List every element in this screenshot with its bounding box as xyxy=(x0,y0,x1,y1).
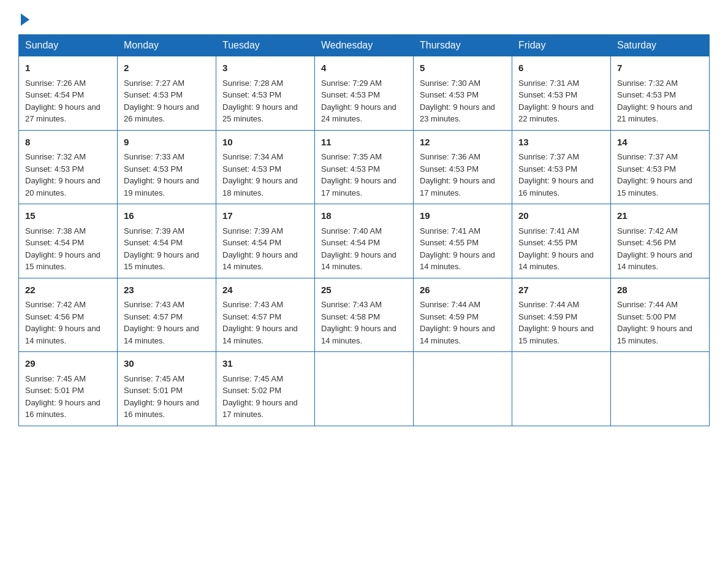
daylight-line: Daylight: 9 hours and 14 minutes. xyxy=(321,324,396,345)
sunset-line: Sunset: 4:59 PM xyxy=(420,312,479,321)
sunrise-line: Sunrise: 7:34 AM xyxy=(222,152,283,161)
sunrise-line: Sunrise: 7:37 AM xyxy=(617,152,678,161)
day-number: 15 xyxy=(25,209,111,223)
calendar-week-3: 15Sunrise: 7:38 AMSunset: 4:54 PMDayligh… xyxy=(19,204,710,278)
calendar-cell: 16Sunrise: 7:39 AMSunset: 4:54 PMDayligh… xyxy=(118,204,216,278)
sunrise-line: Sunrise: 7:33 AM xyxy=(124,152,184,161)
day-number: 20 xyxy=(518,209,604,223)
daylight-line: Daylight: 9 hours and 16 minutes. xyxy=(25,398,100,419)
sunrise-line: Sunrise: 7:41 AM xyxy=(420,226,480,236)
day-number: 2 xyxy=(124,61,210,75)
daylight-line: Daylight: 9 hours and 16 minutes. xyxy=(124,398,199,419)
calendar-cell: 8Sunrise: 7:32 AMSunset: 4:53 PMDaylight… xyxy=(19,130,118,204)
sunrise-line: Sunrise: 7:39 AM xyxy=(124,226,184,236)
calendar-cell: 14Sunrise: 7:37 AMSunset: 4:53 PMDayligh… xyxy=(611,130,710,204)
day-number: 26 xyxy=(420,283,506,297)
sunset-line: Sunset: 4:57 PM xyxy=(222,312,281,321)
calendar-cell: 31Sunrise: 7:45 AMSunset: 5:02 PMDayligh… xyxy=(216,352,315,426)
day-number: 8 xyxy=(25,136,111,150)
col-header-wednesday: Wednesday xyxy=(315,35,414,56)
sunrise-line: Sunrise: 7:27 AM xyxy=(124,79,184,88)
calendar-cell: 17Sunrise: 7:39 AMSunset: 4:54 PMDayligh… xyxy=(216,204,315,278)
sunrise-line: Sunrise: 7:44 AM xyxy=(518,300,579,309)
sunset-line: Sunset: 4:53 PM xyxy=(518,90,577,99)
sunset-line: Sunset: 4:57 PM xyxy=(124,312,183,321)
daylight-line: Daylight: 9 hours and 14 minutes. xyxy=(321,250,396,272)
daylight-line: Daylight: 9 hours and 23 minutes. xyxy=(420,102,495,124)
day-number: 5 xyxy=(420,61,506,75)
sunset-line: Sunset: 4:53 PM xyxy=(518,164,577,174)
calendar-week-2: 8Sunrise: 7:32 AMSunset: 4:53 PMDaylight… xyxy=(19,130,710,204)
calendar-cell: 10Sunrise: 7:34 AMSunset: 4:53 PMDayligh… xyxy=(216,130,315,204)
calendar-cell: 4Sunrise: 7:29 AMSunset: 4:53 PMDaylight… xyxy=(315,56,414,131)
calendar-cell: 7Sunrise: 7:32 AMSunset: 4:53 PMDaylight… xyxy=(611,56,710,131)
sunrise-line: Sunrise: 7:26 AM xyxy=(25,79,86,88)
sunset-line: Sunset: 4:53 PM xyxy=(222,164,281,174)
daylight-line: Daylight: 9 hours and 22 minutes. xyxy=(518,102,594,124)
col-header-friday: Friday xyxy=(512,35,611,56)
day-number: 14 xyxy=(617,136,703,150)
logo xyxy=(18,12,29,23)
daylight-line: Daylight: 9 hours and 26 minutes. xyxy=(124,102,199,124)
sunrise-line: Sunrise: 7:32 AM xyxy=(617,79,678,88)
day-number: 6 xyxy=(518,61,604,75)
calendar-cell: 2Sunrise: 7:27 AMSunset: 4:53 PMDaylight… xyxy=(118,56,216,131)
sunrise-line: Sunrise: 7:42 AM xyxy=(617,226,678,236)
sunset-line: Sunset: 4:53 PM xyxy=(321,164,380,174)
calendar-table: SundayMondayTuesdayWednesdayThursdayFrid… xyxy=(18,34,710,426)
sunset-line: Sunset: 4:53 PM xyxy=(25,164,84,174)
sunset-line: Sunset: 4:53 PM xyxy=(321,90,380,99)
daylight-line: Daylight: 9 hours and 27 minutes. xyxy=(25,102,100,124)
calendar-cell: 24Sunrise: 7:43 AMSunset: 4:57 PMDayligh… xyxy=(216,278,315,352)
sunset-line: Sunset: 4:53 PM xyxy=(420,164,479,174)
calendar-cell: 21Sunrise: 7:42 AMSunset: 4:56 PMDayligh… xyxy=(611,204,710,278)
calendar-cell: 23Sunrise: 7:43 AMSunset: 4:57 PMDayligh… xyxy=(118,278,216,352)
sunrise-line: Sunrise: 7:32 AM xyxy=(25,152,86,161)
sunrise-line: Sunrise: 7:28 AM xyxy=(222,79,283,88)
col-header-tuesday: Tuesday xyxy=(216,35,315,56)
sunset-line: Sunset: 4:53 PM xyxy=(617,164,676,174)
sunrise-line: Sunrise: 7:40 AM xyxy=(321,226,382,236)
sunrise-line: Sunrise: 7:44 AM xyxy=(617,300,678,309)
sunset-line: Sunset: 4:58 PM xyxy=(321,312,380,321)
daylight-line: Daylight: 9 hours and 14 minutes. xyxy=(222,250,298,272)
day-number: 13 xyxy=(518,136,604,150)
sunrise-line: Sunrise: 7:31 AM xyxy=(518,79,579,88)
sunrise-line: Sunrise: 7:45 AM xyxy=(222,374,283,383)
calendar-cell: 15Sunrise: 7:38 AMSunset: 4:54 PMDayligh… xyxy=(19,204,118,278)
sunset-line: Sunset: 4:55 PM xyxy=(518,238,577,247)
calendar-cell: 26Sunrise: 7:44 AMSunset: 4:59 PMDayligh… xyxy=(414,278,512,352)
col-header-thursday: Thursday xyxy=(414,35,512,56)
calendar-cell: 18Sunrise: 7:40 AMSunset: 4:54 PMDayligh… xyxy=(315,204,414,278)
sunrise-line: Sunrise: 7:43 AM xyxy=(222,300,283,309)
calendar-week-5: 29Sunrise: 7:45 AMSunset: 5:01 PMDayligh… xyxy=(19,352,710,426)
calendar-cell xyxy=(611,352,710,426)
calendar-cell: 13Sunrise: 7:37 AMSunset: 4:53 PMDayligh… xyxy=(512,130,611,204)
daylight-line: Daylight: 9 hours and 20 minutes. xyxy=(25,176,100,197)
sunrise-line: Sunrise: 7:42 AM xyxy=(25,300,86,309)
daylight-line: Daylight: 9 hours and 17 minutes. xyxy=(321,176,396,197)
sunset-line: Sunset: 4:54 PM xyxy=(25,238,84,247)
day-number: 29 xyxy=(25,357,111,371)
daylight-line: Daylight: 9 hours and 15 minutes. xyxy=(617,324,692,345)
daylight-line: Daylight: 9 hours and 18 minutes. xyxy=(222,176,298,197)
calendar-cell: 25Sunrise: 7:43 AMSunset: 4:58 PMDayligh… xyxy=(315,278,414,352)
daylight-line: Daylight: 9 hours and 14 minutes. xyxy=(420,324,495,345)
day-number: 28 xyxy=(617,283,703,297)
calendar-cell: 12Sunrise: 7:36 AMSunset: 4:53 PMDayligh… xyxy=(414,130,512,204)
day-number: 3 xyxy=(222,61,308,75)
day-number: 24 xyxy=(222,283,308,297)
sunrise-line: Sunrise: 7:36 AM xyxy=(420,152,480,161)
col-header-saturday: Saturday xyxy=(611,35,710,56)
day-number: 27 xyxy=(518,283,604,297)
calendar-week-1: 1Sunrise: 7:26 AMSunset: 4:54 PMDaylight… xyxy=(19,56,710,131)
calendar-cell xyxy=(512,352,611,426)
daylight-line: Daylight: 9 hours and 14 minutes. xyxy=(222,324,298,345)
sunset-line: Sunset: 4:53 PM xyxy=(420,90,479,99)
calendar-cell: 6Sunrise: 7:31 AMSunset: 4:53 PMDaylight… xyxy=(512,56,611,131)
daylight-line: Daylight: 9 hours and 24 minutes. xyxy=(321,102,396,124)
calendar-header-row: SundayMondayTuesdayWednesdayThursdayFrid… xyxy=(19,35,710,56)
calendar-cell: 20Sunrise: 7:41 AMSunset: 4:55 PMDayligh… xyxy=(512,204,611,278)
daylight-line: Daylight: 9 hours and 14 minutes. xyxy=(617,250,692,272)
day-number: 1 xyxy=(25,61,111,75)
